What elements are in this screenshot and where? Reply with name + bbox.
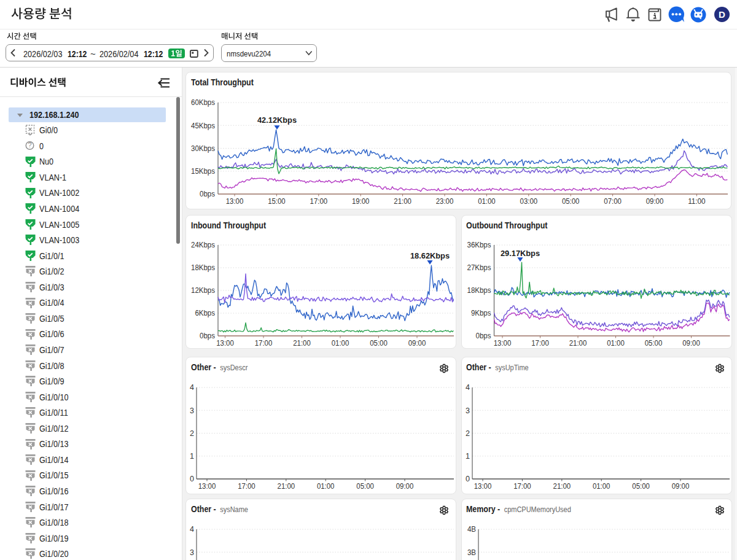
svg-text:3: 3 [190, 548, 194, 557]
svg-text:05:00: 05:00 [370, 339, 388, 348]
svg-text:9Kbps: 9Kbps [470, 309, 491, 317]
svg-text:3: 3 [466, 406, 470, 415]
svg-text:09:00: 09:00 [646, 197, 664, 206]
svg-text:30Kbps: 30Kbps [191, 144, 215, 153]
svg-text:18Kbps: 18Kbps [467, 286, 491, 295]
svg-text:1: 1 [190, 452, 194, 461]
svg-text:17:00: 17:00 [513, 482, 531, 491]
svg-text:1: 1 [466, 452, 470, 461]
svg-text:?: ? [28, 141, 32, 149]
svg-text:05:00: 05:00 [356, 482, 374, 491]
svg-text:23:00: 23:00 [436, 197, 454, 206]
svg-text:17:00: 17:00 [531, 339, 549, 348]
svg-text:3: 3 [190, 406, 194, 415]
svg-text:09:00: 09:00 [396, 482, 414, 491]
svg-text:21:00: 21:00 [394, 197, 411, 206]
svg-text:21:00: 21:00 [278, 482, 295, 491]
svg-text:11:00: 11:00 [688, 197, 706, 206]
svg-text:0bps: 0bps [475, 332, 491, 340]
svg-text:27Kbps: 27Kbps [467, 263, 491, 272]
svg-text:17:00: 17:00 [310, 197, 328, 206]
svg-text:29.17Kbps: 29.17Kbps [500, 249, 539, 258]
svg-text:0bps: 0bps [200, 190, 215, 198]
svg-text:01:00: 01:00 [478, 197, 496, 206]
svg-text:19:00: 19:00 [352, 197, 370, 206]
svg-text:05:00: 05:00 [562, 197, 580, 206]
svg-text:12Kbps: 12Kbps [191, 286, 215, 295]
svg-text:18.62Kbps: 18.62Kbps [410, 251, 450, 260]
svg-text:13:00: 13:00 [226, 197, 244, 206]
svg-text:09:00: 09:00 [408, 339, 426, 348]
svg-text:07:00: 07:00 [604, 197, 622, 206]
svg-text:05:00: 05:00 [632, 482, 650, 491]
svg-text:15:00: 15:00 [268, 197, 286, 206]
svg-text:13:00: 13:00 [198, 482, 216, 491]
svg-text:0: 0 [190, 475, 194, 483]
svg-text:2: 2 [466, 429, 470, 438]
svg-text:4: 4 [190, 525, 194, 534]
svg-text:03:00: 03:00 [520, 197, 538, 206]
svg-text:0: 0 [466, 475, 470, 483]
svg-text:09:00: 09:00 [671, 482, 689, 491]
svg-text:13:00: 13:00 [493, 339, 511, 348]
svg-text:18Kbps: 18Kbps [191, 263, 215, 272]
svg-text:0bps: 0bps [200, 332, 215, 340]
svg-text:4: 4 [466, 383, 470, 392]
svg-text:15Kbps: 15Kbps [191, 167, 215, 176]
svg-text:45Kbps: 45Kbps [191, 122, 215, 130]
svg-text:4: 4 [190, 383, 194, 392]
svg-text:09:00: 09:00 [682, 339, 700, 348]
svg-text:01:00: 01:00 [332, 339, 349, 348]
svg-text:42.12Kbps: 42.12Kbps [257, 115, 297, 125]
svg-text:13:00: 13:00 [216, 339, 234, 348]
svg-text:13:00: 13:00 [474, 482, 491, 491]
svg-text:17:00: 17:00 [238, 482, 255, 491]
svg-text:21:00: 21:00 [553, 482, 571, 491]
svg-text:4B: 4B [467, 525, 475, 534]
svg-text:2: 2 [190, 429, 194, 438]
svg-text:05:00: 05:00 [644, 339, 662, 348]
svg-text:36Kbps: 36Kbps [467, 241, 491, 249]
svg-text:21:00: 21:00 [569, 339, 587, 348]
svg-text:01:00: 01:00 [607, 339, 625, 348]
svg-text:60Kbps: 60Kbps [191, 98, 215, 107]
svg-text:6Kbps: 6Kbps [195, 309, 215, 317]
svg-text:01:00: 01:00 [317, 482, 335, 491]
svg-text:3B: 3B [467, 548, 475, 557]
svg-text:17:00: 17:00 [255, 339, 273, 348]
svg-text:01:00: 01:00 [592, 482, 610, 491]
svg-text:24Kbps: 24Kbps [191, 241, 215, 249]
svg-text:21:00: 21:00 [293, 339, 311, 348]
